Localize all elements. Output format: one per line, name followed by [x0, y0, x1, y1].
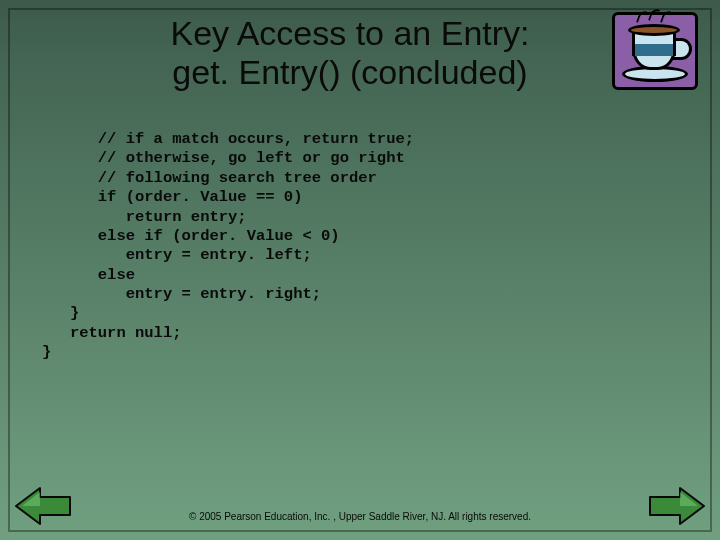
- coffee-cup-icon: [610, 10, 706, 100]
- slide: Key Access to an Entry: get. Entry() (co…: [0, 0, 720, 540]
- copyright-footer: © 2005 Pearson Education, Inc. , Upper S…: [0, 511, 720, 522]
- code-block: // if a match occurs, return true; // ot…: [42, 130, 662, 363]
- slide-title: Key Access to an Entry: get. Entry() (co…: [110, 14, 590, 92]
- prev-arrow-icon[interactable]: [14, 484, 72, 528]
- next-arrow-icon[interactable]: [648, 484, 706, 528]
